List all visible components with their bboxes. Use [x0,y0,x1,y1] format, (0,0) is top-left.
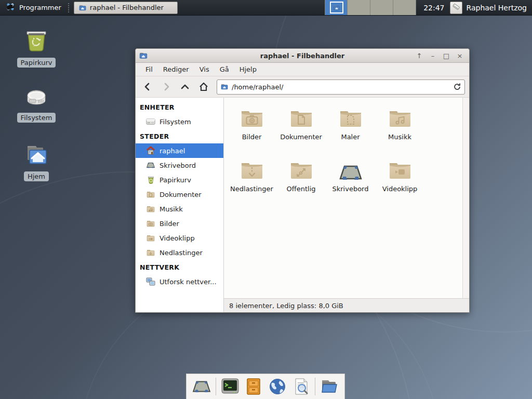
maximize-button[interactable]: □ [442,52,450,60]
file-cabinet-icon[interactable] [244,377,264,396]
vertical-scrollbar[interactable] [462,98,469,298]
window-folder-icon [78,4,87,12]
home-icon [146,146,155,155]
tasklist-handle [68,3,72,12]
status-text: 8 ielementer, Ledig plass: 8,0 GiB [229,302,343,310]
trash-icon [146,175,155,184]
taskbar-window-button[interactable]: raphael - Filbehandler [74,2,178,14]
sidebar-item-label: Videoklipp [159,234,195,242]
sidebar-item-nedlastinger[interactable]: Nedlastinger [136,245,223,260]
pictures-folder-icon [146,219,155,228]
menu-vis[interactable]: Vis [195,64,214,75]
workspace-3[interactable] [370,0,393,15]
sidebar-item-network[interactable]: Utforsk nettver... [136,274,223,289]
trash-icon [23,27,49,55]
file-label: Offentlig [287,185,316,193]
close-button[interactable]: × [456,52,464,60]
folder-video-icon [388,158,413,183]
path-input[interactable] [232,83,450,91]
sidebar-item-label: Filsystem [159,118,191,126]
file-item-bilder[interactable]: Bilder [227,104,276,156]
sidebar-item-filsystem[interactable]: Filsystem [136,114,223,129]
file-label: Dokumenter [280,133,322,141]
file-item-musikk[interactable]: Musikk [375,104,424,156]
network-icon [146,277,155,286]
desktop-icon-label: Filsystem [17,113,56,123]
menu-rediger[interactable]: Rediger [158,64,194,75]
workspace-window-thumb [330,2,343,14]
sidebar-item-raphael[interactable]: raphael [136,143,223,158]
eraser-icon [452,3,460,12]
folder-download-icon [240,158,264,183]
minimize-button[interactable]: – [429,52,437,60]
folder-music-icon [388,106,413,131]
videos-folder-icon [146,233,155,243]
workspace-1[interactable] [325,0,348,15]
workspace-4[interactable] [393,0,416,15]
sidebar-item-skrivebord[interactable]: Skrivebord [136,158,223,172]
titlebar[interactable]: raphael - Filbehandler ↑ – □ × [136,49,469,63]
show-desktop-icon[interactable] [192,377,211,396]
desktop-icon [146,161,155,170]
file-view[interactable]: Bilder Dokumenter [224,98,469,298]
file-item-nedlastinger[interactable]: Nedlastinger [227,156,276,208]
refresh-icon[interactable] [453,83,461,91]
sidebar-item-videoklipp[interactable]: Videoklipp [136,231,223,245]
sidebar-item-dokumenter[interactable]: Dokumenter [136,187,223,202]
search-icon[interactable] [291,377,311,396]
sidebar-header-places: STEDER [136,129,223,143]
file-manager-window: raphael - Filbehandler ↑ – □ × Fil Redig… [135,48,470,313]
statusbar: 8 ielementer, Ledig plass: 8,0 GiB [224,298,469,312]
shade-button[interactable]: ↑ [415,52,423,60]
sidebar-item-label: Dokumenter [159,191,202,198]
menubar: Fil Rediger Vis Gå Hjelp [136,63,469,76]
clock: 22:47 [423,4,444,12]
drive-icon [23,84,49,110]
file-item-dokumenter[interactable]: Dokumenter [276,104,326,156]
file-label: Musikk [388,133,411,141]
desktop-icon-filesystem[interactable]: Filsystem [8,84,65,123]
back-button[interactable] [140,79,155,95]
sidebar-item-label: Utforsk nettver... [159,278,217,286]
workspace-pager [325,0,416,15]
web-browser-icon[interactable] [268,377,287,396]
desktop-icon-label: Hjem [24,171,49,181]
sidebar-item-bilder[interactable]: Bilder [136,216,223,231]
file-item-maler[interactable]: Maler [326,104,375,156]
folder-share-icon [289,158,314,183]
xfce-logo-icon [5,2,16,13]
workspace-2[interactable] [348,0,370,15]
file-label: Nedlastinger [230,185,273,193]
desktop-icon-home[interactable]: Hjem [8,143,65,181]
up-button[interactable] [177,79,193,95]
file-item-offentlig[interactable]: Offentlig [276,156,326,208]
file-item-videoklipp[interactable]: Videoklipp [375,156,424,208]
file-item-skrivebord[interactable]: Skrivebord [326,156,375,208]
desktop-icon-trash[interactable]: Papirkurv [8,27,65,68]
applications-menu-button[interactable]: Programmer [0,0,66,15]
folder-icon[interactable] [320,377,339,396]
dock-separator [216,378,216,395]
menu-ga[interactable]: Gå [215,64,234,75]
home-button[interactable] [196,79,211,95]
sidebar-item-musikk[interactable]: Musikk [136,202,223,216]
forward-button[interactable] [158,79,174,95]
folder-document-icon [289,106,314,131]
drive-icon [146,117,155,126]
music-folder-icon [146,204,155,214]
path-folder-icon [220,83,229,91]
dock-separator [315,378,315,395]
location-bar[interactable] [217,79,465,95]
session-tray-button[interactable] [450,2,462,14]
applications-menu-label: Programmer [19,4,61,11]
folder-camera-icon [240,106,264,131]
sidebar-item-label: Papirkurv [159,176,191,184]
menu-hjelp[interactable]: Hjelp [235,64,261,75]
window-folder-icon [139,51,148,60]
sidebar-item-papirkurv[interactable]: Papirkurv [136,172,223,187]
terminal-icon[interactable] [220,377,240,396]
sidebar-item-label: Skrivebord [159,162,196,169]
sidebar-item-label: Bilder [159,220,179,228]
menu-fil[interactable]: Fil [141,64,157,75]
sidebar: ENHETER Filsystem STEDER [136,98,224,312]
